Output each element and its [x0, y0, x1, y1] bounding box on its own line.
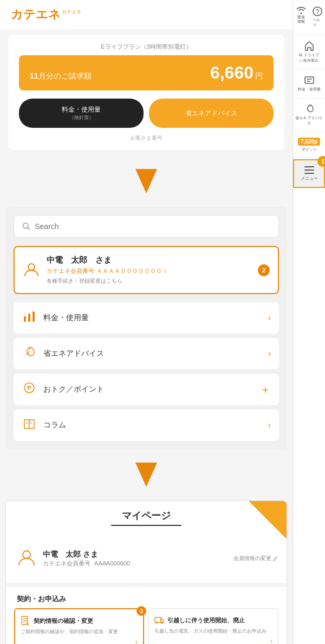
header-triangle — [249, 501, 287, 539]
user-name: 中電 太郎 さま — [47, 255, 251, 265]
menu-item-eco-arrow: › — [268, 349, 271, 359]
user-sub-text: 各種手続き・登録変更はこちら — [47, 277, 251, 285]
bill-card: Eライフプラン（3時間帯別電灯） 11月分のご請求額 6,660 円 料金・使用… — [8, 35, 284, 150]
user-card[interactable]: 中電 太郎 さま カテエネ会員番号 ＡＡＡＡ０００００００ › 各種手続き・登録… — [14, 246, 279, 294]
points-badge: 7,520p — [298, 138, 320, 146]
mypage-user-id: カテエネ会員番号 AAAA000000 — [43, 560, 130, 568]
eco-nav[interactable]: 省エネ アドバイス — [293, 98, 325, 132]
menu-panel: 中電 太郎 さま カテエネ会員番号 ＡＡＡＡ０００００００ › 各種手続き・登録… — [5, 207, 287, 449]
mypage-container: マイページ 中電 太郎 さま カテエネ会員番号 AAAA000000 会員情報の… — [5, 500, 287, 644]
menu-item-bill-label: 料金・使用量 — [43, 313, 262, 323]
bill-amount-value: 6,660 円 — [210, 63, 263, 83]
contract-card-1-desc: ご契約情報の確認や、契約情報の追加・変更 — [21, 628, 138, 635]
search-input[interactable] — [35, 222, 270, 231]
eco-icon — [22, 346, 37, 362]
svg-rect-7 — [28, 314, 30, 322]
bill-nav[interactable]: 料金・使用量 — [293, 69, 325, 98]
menu-item-points[interactable]: P おトク／ポイント ＋ — [14, 374, 279, 405]
user-id-label: カテエネ会員番号 — [47, 267, 94, 275]
truck-icon — [154, 615, 164, 625]
search-icon — [22, 222, 30, 231]
user-id-chevron-icon: › — [164, 268, 166, 275]
contract-section-label: 契約・お申込み — [17, 594, 66, 604]
points-label: ポイント — [302, 147, 317, 152]
svg-text:P: P — [27, 385, 31, 391]
arrow-down-1 — [0, 155, 292, 207]
mypage-edit-link[interactable]: 会員情報の変更 — [233, 555, 278, 562]
wifi-label: 繋落情報 — [296, 15, 306, 24]
mypage-header: マイページ — [6, 501, 287, 539]
search-box[interactable] — [14, 215, 279, 238]
doc-icon — [21, 616, 30, 626]
bill-buttons: 料金・使用量 （検針票） 省エネアドバイス — [19, 99, 274, 128]
mypage-user-name: 中電 太郎 さま — [43, 550, 130, 560]
contract-card-2[interactable]: 引越しに伴う使用開始、廃止 引越し先の電気・ガスの使用開始・廃止のお申込み › — [148, 608, 278, 644]
mypage-avatar-icon — [17, 548, 36, 569]
svg-point-15 — [156, 622, 158, 624]
contract-card-2-desc: 引越し先の電気・ガスの使用開始・廃止のお申込み — [154, 628, 272, 635]
help-label: ヘルプ — [313, 17, 322, 28]
menu-item-eco-label: 省エネアドバイス — [43, 349, 262, 359]
contract-card-1-title: 契約情報の確認・変更 — [34, 617, 93, 625]
contract-grid: 3 契約情報の確認・変更 ご契約情報の確認や、契約情報の追加・変更 › — [6, 608, 287, 644]
logo: カテエネ — [11, 6, 61, 23]
mypage-user-info: 中電 太郎 さま カテエネ会員番号 AAAA000000 — [43, 550, 130, 568]
sidebar: 繋落情報 ? ヘルプ M: ドライブい奈作業み 料金・使用量 省エネ アドバイス… — [292, 0, 325, 644]
bill-nav-label: 料金・使用量 — [298, 87, 321, 92]
home-label: M: ドライブい奈作業み — [299, 53, 320, 63]
contract-badge: 3 — [136, 606, 146, 616]
bill-month-label: 11月分のご請求額 — [30, 69, 92, 81]
menu-item-bill[interactable]: 料金・使用量 › — [14, 302, 279, 334]
svg-rect-8 — [32, 311, 35, 322]
user-info: 中電 太郎 さま カテエネ会員番号 ＡＡＡＡ０００００００ › 各種手続き・登録… — [47, 255, 251, 285]
menu-item-bill-arrow: › — [268, 313, 271, 323]
menu-item-column[interactable]: コラム › — [14, 409, 279, 441]
logo-sub: カテエネ — [62, 9, 81, 16]
user-card-badge: 2 — [258, 264, 270, 276]
plan-label: Eライフプラン（3時間帯別電灯） — [19, 43, 274, 51]
mypage-title: マイページ — [111, 509, 181, 526]
svg-rect-6 — [24, 316, 26, 322]
svg-point-16 — [161, 622, 163, 624]
edit-icon — [273, 556, 278, 561]
menu-label: メニュー — [301, 175, 318, 181]
wifi-button[interactable]: 繋落情報 — [294, 4, 308, 30]
app-header: カテエネ カテエネ — [0, 0, 292, 29]
svg-marker-3 — [135, 169, 157, 193]
menu-item-eco[interactable]: 省エネアドバイス › — [14, 338, 279, 369]
menu-item-points-label: おトク／ポイント — [43, 385, 253, 394]
contract-section-header: 契約・お申込み — [6, 587, 77, 608]
divider — [6, 583, 287, 587]
svg-text:?: ? — [315, 8, 319, 16]
contract-card-1-arrow: › — [21, 638, 138, 644]
home-nav[interactable]: M: ドライブい奈作業み — [293, 35, 325, 69]
contract-card-2-header: 引越しに伴う使用開始、廃止 — [154, 615, 272, 625]
customer-number-label: お客さま番号 — [19, 134, 274, 142]
menu-badge: 1 — [317, 156, 325, 167]
contract-card-1[interactable]: 3 契約情報の確認・変更 ご契約情報の確認や、契約情報の追加・変更 › — [14, 608, 144, 644]
chart-icon — [22, 310, 37, 326]
mypage-title-wrap: マイページ — [6, 501, 287, 539]
menu-item-column-arrow: › — [268, 420, 271, 430]
eco-advice-button[interactable]: 省エネアドバイス — [149, 99, 274, 128]
arrow-down-2 — [0, 449, 292, 500]
main-content: カテエネ カテエネ Eライフプラン（3時間帯別電灯） 11月分のご請求額 6,6… — [0, 0, 292, 644]
menu-button[interactable]: 1 メニュー — [293, 159, 325, 188]
svg-rect-2 — [305, 77, 314, 83]
svg-point-5 — [28, 264, 35, 270]
user-avatar-icon — [23, 261, 40, 280]
points-nav[interactable]: 7,520p ポイント — [293, 132, 325, 158]
menu-item-points-plus: ＋ — [260, 382, 271, 397]
bill-amount-box: 11月分のご請求額 6,660 円 — [19, 55, 274, 90]
user-id-value: ＡＡＡＡ０００００００ — [96, 267, 162, 275]
contract-card-2-title: 引越しに伴う使用開始、廃止 — [167, 616, 245, 624]
menu-item-column-label: コラム — [43, 420, 262, 430]
svg-point-12 — [23, 551, 30, 558]
eco-nav-label: 省エネ アドバイス — [295, 115, 323, 126]
user-id-row: カテエネ会員番号 ＡＡＡＡ０００００００ › — [47, 267, 251, 275]
sidebar-top: 繋落情報 ? ヘルプ — [293, 0, 325, 35]
bill-usage-button[interactable]: 料金・使用量 （検針票） — [19, 99, 144, 128]
help-button[interactable]: ? ヘルプ — [310, 4, 324, 30]
contract-card-2-arrow: › — [154, 638, 272, 644]
mypage-user-row: 中電 太郎 さま カテエネ会員番号 AAAA000000 会員情報の変更 — [6, 539, 287, 577]
